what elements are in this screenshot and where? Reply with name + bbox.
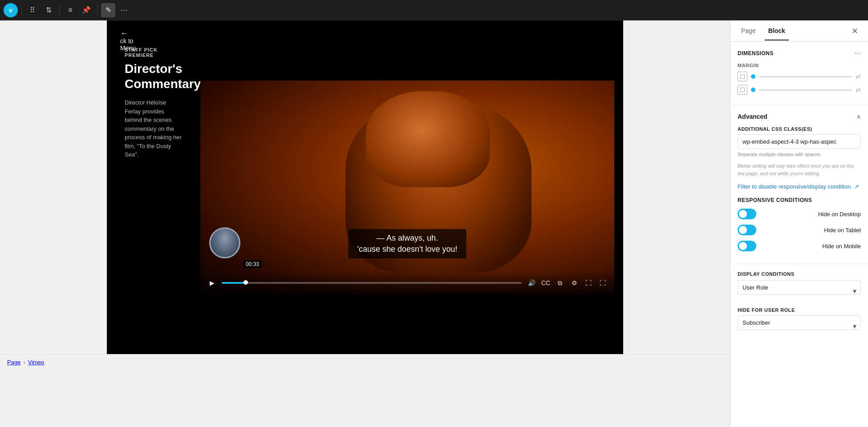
margin-row-2: ⇄: [738, 85, 861, 95]
theater-button[interactable]: ⛶: [582, 277, 595, 289]
page-content: ← ck to Menu STAFF PICK PREMIERE Directo…: [107, 20, 623, 354]
canvas-area: ← ck to Menu STAFF PICK PREMIERE Directo…: [0, 20, 730, 427]
margin-dot-1: [751, 74, 755, 79]
hide-mobile-toggle[interactable]: [738, 241, 756, 251]
settings-button[interactable]: ⚙: [568, 277, 580, 289]
toolbar-separator-3: [97, 5, 97, 16]
hide-desktop-row: Hide on Desktop: [738, 209, 861, 219]
dimensions-section: Dimensions ⋯ MARGIN ⇄: [730, 42, 868, 106]
hide-tablet-label: Hide on Tablet: [824, 227, 861, 234]
breadcrumb-separator: ›: [23, 359, 25, 366]
filter-link[interactable]: Filter to disable responsive/display con…: [738, 183, 859, 190]
hide-desktop-knob: [739, 210, 747, 218]
hide-tablet-knob: [739, 226, 747, 234]
dimensions-title: Dimensions: [738, 50, 774, 56]
dimensions-header: Dimensions ⋯: [738, 49, 861, 57]
margin-slider-2[interactable]: [759, 89, 852, 91]
avatar-pip: [209, 227, 240, 258]
page-inner: STAFF PICK PREMIERE Director's Commentar…: [107, 20, 623, 354]
panel-body: Dimensions ⋯ MARGIN ⇄: [730, 42, 868, 427]
user-role-select[interactable]: Subscriber Administrator Editor Author: [738, 315, 861, 330]
logo-icon[interactable]: v: [4, 3, 18, 17]
margin-icon-top: [738, 72, 747, 81]
css-classes-input[interactable]: [738, 134, 861, 149]
fullscreen-button[interactable]: ⛶: [596, 277, 609, 289]
margin-icon-side: [738, 85, 747, 95]
filter-link-icon: ↗: [854, 183, 859, 190]
panel-close-button[interactable]: ✕: [848, 25, 861, 37]
subtitle-overlay: — As always, uh. 'cause she doesn't love…: [348, 229, 466, 258]
hide-desktop-toggle[interactable]: [738, 209, 756, 219]
margin-label: MARGIN: [738, 63, 861, 68]
toolbar-separator-2: [59, 5, 60, 16]
creature-head: [366, 91, 490, 187]
margin-icon-inner-2: [740, 88, 745, 92]
volume-button[interactable]: 🔊: [525, 277, 538, 289]
display-condition-select-wrapper: User Role Logged In Logged Out: [738, 280, 861, 301]
hide-user-role-label: HIDE FOR USER ROLE: [738, 307, 861, 313]
display-condition-select[interactable]: User Role Logged In Logged Out: [738, 280, 861, 295]
film-description: Director Héloïse Ferlay provides behind …: [125, 98, 183, 159]
advanced-title: Advanced: [738, 113, 767, 120]
margin-reset-1[interactable]: ⇄: [856, 73, 861, 80]
user-role-select-wrapper: Subscriber Administrator Editor Author: [738, 315, 861, 336]
margin-fill-1: [759, 76, 768, 77]
hide-mobile-row: Hide on Mobile: [738, 241, 861, 251]
progress-handle: [243, 280, 248, 285]
margin-row-1: ⇄: [738, 72, 861, 81]
breadcrumb-page-link[interactable]: Page: [7, 359, 20, 366]
responsive-conditions-label: Responsive Conditions: [738, 197, 861, 203]
css-classes-hint: Separate multiple classes with spaces.: [738, 152, 861, 157]
film-title: Director's Commentary: [125, 61, 183, 91]
advanced-section: Advanced ∧ ADDITIONAL CSS CLASS(ES) Sepa…: [730, 106, 868, 264]
video-controls: ▶ 🔊 CC ⧉ ⚙ ⛶: [200, 272, 614, 294]
toolbar-drag-btn[interactable]: ⠿: [25, 3, 40, 17]
video-wrapper[interactable]: — As always, uh. 'cause she doesn't love…: [200, 81, 614, 294]
margin-reset-2[interactable]: ⇄: [856, 86, 861, 93]
dimensions-more-icon[interactable]: ⋯: [854, 49, 861, 57]
advanced-header: Advanced ∧: [738, 113, 861, 120]
hide-mobile-knob: [739, 242, 747, 250]
toolbar-more-btn[interactable]: ⋯: [117, 3, 131, 17]
ctrl-group-right: 🔊 CC ⧉ ⚙ ⛶ ⛶: [525, 277, 609, 289]
toolbar-separator-1: [21, 5, 22, 16]
progress-fill: [222, 282, 246, 284]
toolbar-list-btn[interactable]: ≡: [63, 3, 77, 17]
margin-slider-1[interactable]: [759, 76, 852, 77]
display-conditions-section: DISPLAY CONDITIONS User Role Logged In L…: [730, 264, 868, 350]
play-button[interactable]: ▶: [206, 277, 218, 289]
main-layout: ← ck to Menu STAFF PICK PREMIERE Directo…: [0, 20, 868, 427]
margin-fill-2: [759, 89, 768, 91]
advanced-chevron-icon[interactable]: ∧: [856, 113, 861, 120]
captions-button[interactable]: CC: [539, 277, 552, 289]
pip-button[interactable]: ⧉: [554, 277, 566, 289]
toolbar-move-btn[interactable]: ⇅: [41, 3, 56, 17]
toolbar-edit-btn[interactable]: ✎: [101, 3, 115, 17]
right-panel: Page Block ✕ Dimensions ⋯ MARGIN: [730, 20, 868, 427]
breadcrumb: Page › Vimeo: [0, 354, 730, 370]
back-arrow-icon: ←: [120, 29, 136, 37]
toolbar-pin-btn[interactable]: 📌: [79, 3, 93, 17]
margin-dot-2: [751, 88, 755, 92]
hide-desktop-label: Hide on Desktop: [818, 211, 861, 218]
panel-header: Page Block ✕: [730, 20, 868, 42]
timestamp-tooltip: 00:33: [243, 260, 262, 268]
back-nav[interactable]: ← ck to Menu: [107, 20, 149, 60]
toolbar: v ⠿ ⇅ ≡ 📌 ✎ ⋯: [0, 0, 868, 20]
live-page-note: Below setting will only take effect once…: [738, 162, 861, 177]
hide-tablet-toggle[interactable]: [738, 225, 756, 235]
css-classes-label: ADDITIONAL CSS CLASS(ES): [738, 126, 861, 132]
avatar-image: [211, 229, 239, 257]
margin-icon-inner-1: [740, 74, 745, 79]
tab-block[interactable]: Block: [765, 22, 789, 40]
text-section: STAFF PICK PREMIERE Director's Commentar…: [107, 20, 196, 354]
video-section: — As always, uh. 'cause she doesn't love…: [196, 20, 623, 354]
display-conditions-label: DISPLAY CONDITIONS: [738, 271, 861, 277]
video-thumbnail: — As always, uh. 'cause she doesn't love…: [200, 81, 614, 294]
progress-bar[interactable]: [222, 282, 522, 284]
hide-mobile-label: Hide on Mobile: [822, 243, 861, 250]
tab-page[interactable]: Page: [738, 22, 759, 40]
hide-tablet-row: Hide on Tablet: [738, 225, 861, 235]
breadcrumb-vimeo-link[interactable]: Vimeo: [28, 359, 45, 366]
